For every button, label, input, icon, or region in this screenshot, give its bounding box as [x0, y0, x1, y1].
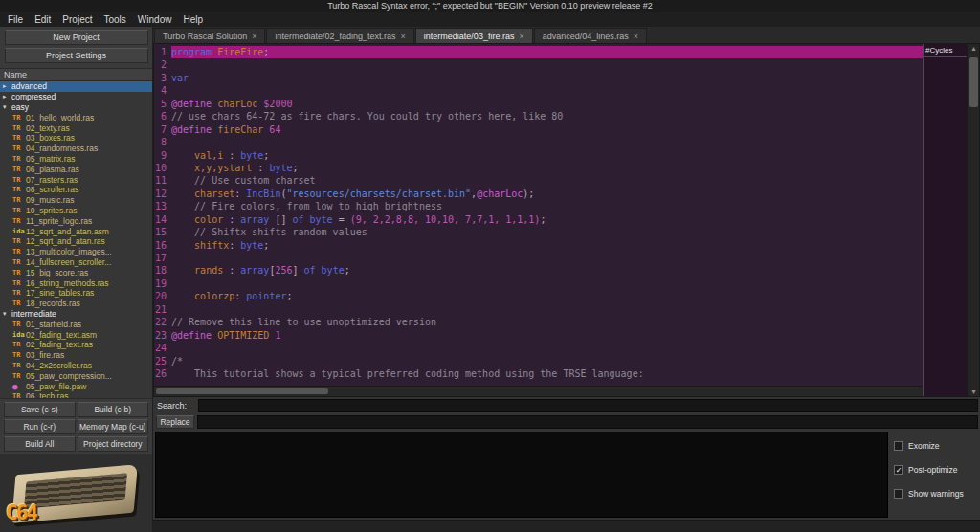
line-number: 11 — [154, 174, 171, 187]
tree-file-09-music-ras[interactable]: TR09_music.ras — [0, 195, 152, 206]
tree-file-02-fading-text-asm[interactable]: ida02_fading_text.asm — [0, 329, 152, 340]
tr-file-icon: TR — [12, 176, 26, 184]
line-number: 2 — [154, 58, 171, 71]
replace-button[interactable]: Replace — [156, 415, 194, 429]
run-c-r-button[interactable]: Run (c-r) — [4, 419, 76, 434]
project-directory-button[interactable]: Project directory — [78, 436, 149, 452]
option-show-warnings[interactable]: Show warnings — [894, 489, 976, 499]
vertical-scrollbar[interactable]: ▲ ▼ — [967, 44, 979, 396]
code-text: colorzp: pointer; — [171, 290, 923, 302]
tree-file-06-plasma-ras[interactable]: TR06_plasma.ras — [0, 164, 152, 174]
tr-file-icon: TR — [12, 207, 26, 214]
folder-expanded-icon[interactable]: ▾ — [3, 310, 11, 318]
tab-intermediate-02-fading-text-ras[interactable]: intermediate/02_fading_text.ras× — [266, 28, 413, 43]
tab-close-icon[interactable]: × — [519, 32, 523, 41]
code-line-18: 18 rands : array[256] of byte; — [154, 264, 923, 277]
code-line-21: 21 — [154, 303, 923, 316]
tab-intermediate-03-fire-ras[interactable]: intermediate/03_fire.ras× — [415, 28, 533, 43]
tree-file-17-sine-tables-ras[interactable]: TR17_sine_tables.ras — [0, 288, 152, 299]
file-label: 16_string_methods.ras — [26, 278, 108, 288]
tree-folder-advanced[interactable]: ▸advanced — [0, 81, 152, 92]
file-label: 07_rasters.ras — [26, 175, 78, 185]
code-text: var — [171, 72, 923, 84]
tree-file-02-texty-ras[interactable]: TR02_texty.ras — [0, 122, 152, 133]
tree-file-01-starfield-ras[interactable]: TR01_starfield.ras — [0, 319, 152, 329]
menu-tools[interactable]: Tools — [98, 14, 131, 25]
menu-file[interactable]: File — [2, 14, 29, 25]
code-line-26: 26 This tutorial shows a typical preferr… — [154, 367, 923, 380]
horizontal-scrollbar[interactable] — [154, 386, 923, 396]
menu-project[interactable]: Project — [56, 14, 98, 25]
tree-file-16-string-methods-ras[interactable]: TR16_string_methods.ras — [0, 277, 152, 288]
folder-expanded-icon[interactable]: ▾ — [3, 103, 11, 111]
c64-logo-text: C64 — [6, 501, 36, 524]
tree-folder-compressed[interactable]: ▸compressed — [0, 92, 152, 102]
tree-file-04-randomness-ras[interactable]: TR04_randomness.ras — [0, 144, 152, 154]
folder-collapsed-icon[interactable]: ▸ — [3, 93, 11, 100]
scroll-down-icon[interactable]: ▼ — [968, 388, 980, 395]
app-window: Turbo Rascal Syntax error, ";" expected … — [0, 0, 980, 532]
file-label: 05_paw_compression... — [26, 371, 112, 381]
scroll-up-icon[interactable]: ▲ — [968, 45, 980, 52]
tree-file-02-fading-text-ras[interactable]: TR02_fading_text.ras — [0, 340, 152, 350]
option-exomize[interactable]: Exomize — [894, 441, 976, 451]
line-number: 9 — [154, 149, 171, 162]
tree-file-12-sqrt-and-atan-asm[interactable]: ida12_sqrt_and_atan.asm — [0, 226, 152, 236]
tree-file-18-records-ras[interactable]: TR18_records.ras — [0, 299, 152, 309]
tree-file-08-scroller-ras[interactable]: TR08_scroller.ras — [0, 185, 152, 195]
tab-close-icon[interactable]: × — [252, 32, 256, 41]
code-editor[interactable]: 1program FireFire;23var45@define charLoc… — [154, 44, 923, 386]
tree-file-07-rasters-ras[interactable]: TR07_rasters.ras — [0, 174, 152, 185]
tree-file-14-fullscreen-scroller[interactable]: TR14_fullscreen_scroller... — [0, 257, 152, 268]
tr-file-icon: TR — [12, 299, 26, 307]
folder-collapsed-icon[interactable]: ▸ — [3, 82, 11, 90]
horizontal-scroll-thumb[interactable] — [156, 388, 328, 394]
line-number: 4 — [154, 84, 171, 97]
new-project-button[interactable]: New Project — [5, 30, 148, 45]
tab-turbo-rascal-solution[interactable]: Turbo Rascal Solution× — [154, 28, 265, 43]
tree-folder-intermediate[interactable]: ▾intermediate — [0, 309, 152, 320]
code-text: val,i : byte; — [171, 149, 923, 162]
save-c-s-button[interactable]: Save (c-s) — [4, 402, 76, 417]
file-label: 02_texty.ras — [26, 123, 70, 133]
checkbox-post-optimize[interactable]: ✓ — [894, 465, 903, 475]
menu-edit[interactable]: Edit — [29, 14, 56, 25]
option-post-optimize[interactable]: ✓Post-optimize — [894, 465, 976, 475]
search-input[interactable] — [198, 399, 978, 412]
tab-close-icon[interactable]: × — [401, 32, 406, 41]
tree-file-13-multicolor-images[interactable]: TR13_multicolor_images... — [0, 247, 152, 257]
project-settings-button[interactable]: Project Settings — [5, 48, 148, 63]
checkbox-show-warnings[interactable] — [894, 489, 903, 499]
build-c-b-button[interactable]: Build (c-b) — [78, 402, 149, 417]
replace-input[interactable] — [197, 415, 978, 429]
line-number: 16 — [154, 239, 171, 252]
tr-file-icon: TR — [12, 321, 26, 328]
tree-file-03-fire-ras[interactable]: TR03_fire.ras — [0, 350, 152, 361]
tr-file-icon: TR — [12, 155, 26, 163]
tree-file-10-sprites-ras[interactable]: TR10_sprites.ras — [0, 206, 152, 216]
vertical-scroll-thumb[interactable] — [969, 57, 978, 107]
tree-file-06-tech-ras[interactable]: TR06_tech.ras — [0, 391, 152, 398]
file-label: 13_multicolor_images... — [26, 247, 112, 256]
memory-map-c-u-button[interactable]: Memory Map (c-u) — [78, 419, 149, 434]
tab-close-icon[interactable]: × — [634, 32, 638, 41]
tree-file-01-hello-world-ras[interactable]: TR01_hello_world.ras — [0, 112, 152, 122]
tree-file-05-paw-file-paw[interactable]: ●05_paw_file.paw — [0, 381, 152, 391]
tree-file-03-boxes-ras[interactable]: TR03_boxes.ras — [0, 133, 152, 144]
menu-window[interactable]: Window — [132, 14, 178, 25]
tab-advanced-04-lines-ras[interactable]: advanced/04_lines.ras× — [534, 28, 647, 43]
tree-file-05-paw-compression[interactable]: TR05_paw_compression... — [0, 370, 152, 381]
tree-file-11-sprite-logo-ras[interactable]: TR11_sprite_logo.ras — [0, 215, 152, 226]
code-line-12: 12 charset: IncBin("resources/charsets/c… — [154, 188, 923, 200]
tree-folder-easy[interactable]: ▾easy — [0, 102, 152, 113]
code-line-14: 14 color : array [] of byte = (9, 2,2,8,… — [154, 213, 923, 226]
tr-file-icon: TR — [12, 124, 26, 132]
checkbox-exomize[interactable] — [894, 441, 903, 451]
tree-file-15-big-score-ras[interactable]: TR15_big_score.ras — [0, 267, 152, 277]
code-text — [171, 277, 923, 290]
tree-file-12-sqrt-and-atan-ras[interactable]: TR12_sqrt_and_atan.ras — [0, 236, 152, 247]
build-all-button[interactable]: Build All — [4, 436, 76, 452]
menu-help[interactable]: Help — [177, 14, 209, 25]
tree-file-04-2x2scroller-ras[interactable]: TR04_2x2scroller.ras — [0, 361, 152, 371]
tree-file-05-matrix-ras[interactable]: TR05_matrix.ras — [0, 154, 152, 165]
